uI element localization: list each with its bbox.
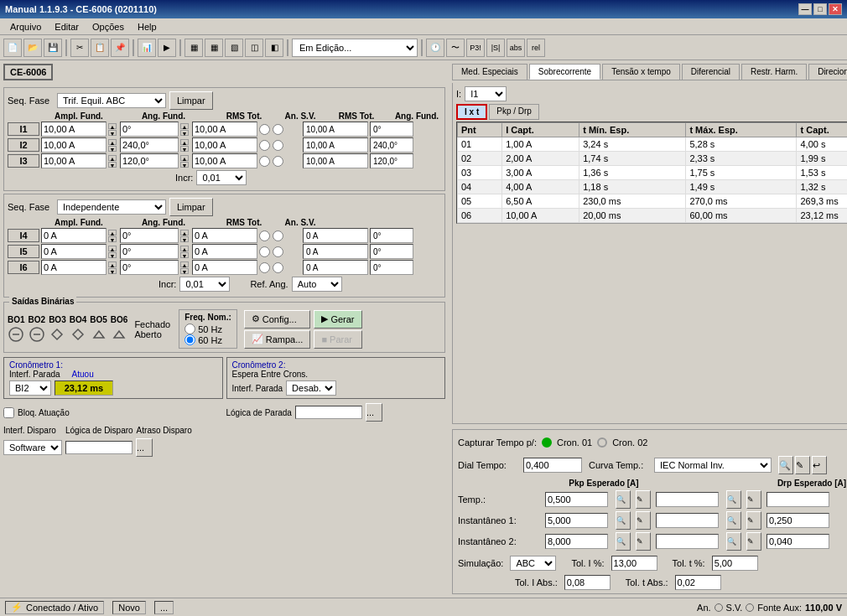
i4-ang-up[interactable]: ▲	[180, 230, 189, 236]
inst1-pkp-input[interactable]	[545, 513, 608, 528]
i6-radio-an[interactable]	[259, 262, 270, 273]
i5-ampl-input[interactable]	[41, 244, 107, 259]
toolbar-clock[interactable]: 🕐	[426, 39, 444, 57]
i1-ang-down[interactable]: ▼	[180, 130, 189, 136]
i6-ang-down[interactable]: ▼	[180, 268, 189, 274]
tab-restr-harm[interactable]: Restr. Harm.	[741, 64, 807, 80]
i5-rms-input[interactable]	[192, 244, 257, 259]
inst2-pkp-input[interactable]	[545, 534, 608, 549]
temp-drp-search[interactable]: 🔍	[726, 490, 741, 509]
i2-ang-input[interactable]	[120, 137, 179, 153]
i6-ampl-down[interactable]: ▼	[108, 268, 117, 274]
i5-ang-input[interactable]	[120, 244, 179, 259]
curva-temp-select[interactable]: IEC Normal Inv. IEC Very Inv.	[654, 458, 772, 473]
logica-disparo-btn[interactable]: ...	[136, 438, 153, 457]
tab-direcional[interactable]: Direcional	[808, 64, 847, 80]
i5-radio-sv[interactable]	[273, 246, 283, 257]
toolbar-s[interactable]: |S|	[486, 39, 505, 57]
i4-radio-sv[interactable]	[273, 230, 283, 241]
inst2-pkp-search[interactable]: 🔍	[616, 532, 631, 551]
i4-ang-input[interactable]	[120, 228, 179, 243]
temp-t-input[interactable]	[766, 492, 829, 507]
status-dropdown[interactable]: Em Edição...	[292, 39, 418, 57]
gerar-button[interactable]: ▶ Gerar	[314, 310, 361, 329]
logica-parada-btn[interactable]: ...	[366, 403, 382, 422]
curva-edit-btn[interactable]: ✎	[795, 456, 810, 474]
config-button[interactable]: ⚙ Config...	[244, 310, 311, 329]
i5-ang-down[interactable]: ▼	[180, 252, 189, 258]
toolbar-play[interactable]: ▶	[158, 39, 176, 57]
toolbar-p[interactable]: P3!	[466, 39, 485, 57]
toolbar-rel[interactable]: rel	[527, 39, 545, 57]
temp-pkp-edit[interactable]: ✎	[636, 490, 651, 509]
inst1-drp-input[interactable]	[656, 513, 719, 528]
incr-select-1[interactable]: 0,01	[196, 170, 247, 185]
tol-t-input[interactable]	[712, 556, 758, 571]
i4-ampl-input[interactable]	[41, 228, 107, 243]
i4-ampl-up[interactable]: ▲	[108, 230, 117, 236]
i5-ang-up[interactable]: ▲	[180, 246, 189, 251]
menu-arquivo[interactable]: Arquivo	[3, 20, 48, 34]
seq-fase-select-2[interactable]: Trif. Equil. ABC Independente	[57, 199, 166, 215]
rampa-button[interactable]: 📈 Rampa...	[244, 330, 311, 349]
i3-radio-an[interactable]	[259, 156, 270, 167]
temp-pkp-search[interactable]: 🔍	[616, 490, 631, 509]
i-selector[interactable]: I1 I2 I3	[465, 86, 507, 101]
i2-ampl-input[interactable]	[41, 137, 107, 153]
i3-ampl-up[interactable]: ▲	[108, 155, 117, 161]
i2-radio-sv[interactable]	[273, 140, 283, 151]
temp-drp-input[interactable]	[656, 492, 719, 507]
i3-ampl-down[interactable]: ▼	[108, 162, 117, 168]
toolbar-cut[interactable]: ✂	[70, 39, 89, 57]
simulacao-select[interactable]: ABC ABC	[510, 556, 556, 571]
menu-help[interactable]: Help	[131, 20, 164, 34]
i3-ampl-input[interactable]	[41, 153, 107, 168]
minimize-button[interactable]: —	[798, 3, 812, 15]
i1-ang-up[interactable]: ▲	[180, 123, 189, 129]
logica-disparo-input[interactable]	[65, 441, 133, 454]
toolbar-chart[interactable]: 📊	[138, 39, 156, 57]
toolbar-b5[interactable]: ◧	[265, 39, 283, 57]
i6-ampl-up[interactable]: ▲	[108, 261, 117, 267]
i2-ampl-down[interactable]: ▼	[108, 146, 117, 152]
inst1-drp-search[interactable]: 🔍	[726, 511, 741, 530]
dial-tempo-input[interactable]	[523, 458, 582, 473]
i1-ampl-up[interactable]: ▲	[108, 123, 117, 129]
toolbar-b1[interactable]: ▦	[184, 39, 203, 57]
curva-search-btn[interactable]: 🔍	[778, 456, 793, 474]
i6-ang-input[interactable]	[120, 260, 179, 275]
toolbar-wave[interactable]: 〜	[446, 39, 465, 57]
toolbar-save[interactable]: 💾	[44, 39, 62, 57]
inst2-drp-edit[interactable]: ✎	[746, 532, 761, 551]
maximize-button[interactable]: □	[813, 3, 827, 15]
clear-button-1[interactable]: Limpar	[169, 91, 213, 110]
i3-ang-input[interactable]	[120, 153, 179, 168]
inner-tab-pkp-drp[interactable]: Pkp / Drp	[489, 104, 539, 120]
toolbar-copy[interactable]: 📋	[91, 39, 109, 57]
tol-i-abs-input[interactable]	[564, 575, 611, 590]
temp-pkp-input[interactable]	[545, 492, 608, 507]
tab-med-especiais[interactable]: Med. Especiais	[452, 64, 527, 80]
toolbar-paste[interactable]: 📌	[111, 39, 129, 57]
i3-radio-sv[interactable]	[273, 156, 283, 167]
i1-radio-an[interactable]	[259, 124, 270, 135]
inst2-pkp-edit[interactable]: ✎	[636, 532, 651, 551]
tab-sobrecorrente[interactable]: Sobrecorrente	[529, 64, 600, 80]
toolbar-abs[interactable]: abs	[507, 39, 525, 57]
inst1-pkp-search[interactable]: 🔍	[616, 511, 631, 530]
menu-editar[interactable]: Editar	[48, 20, 86, 34]
crono1-select[interactable]: BI2	[9, 380, 51, 396]
i2-rms-input[interactable]	[192, 137, 257, 153]
i6-ampl-input[interactable]	[41, 260, 107, 275]
i3-ang-down[interactable]: ▼	[180, 162, 189, 168]
interf-disparo-select[interactable]: Software	[3, 440, 62, 455]
close-button[interactable]: ✕	[829, 3, 842, 15]
i6-ang-up[interactable]: ▲	[180, 261, 189, 267]
i4-ang-down[interactable]: ▼	[180, 236, 189, 242]
temp-drp-edit[interactable]: ✎	[746, 490, 761, 509]
i3-rms-input[interactable]	[192, 153, 257, 168]
toolbar-b4[interactable]: ◫	[245, 39, 263, 57]
i4-rms-input[interactable]	[192, 228, 257, 243]
incr-select-2[interactable]: 0,01	[179, 277, 230, 292]
i2-radio-an[interactable]	[259, 140, 270, 151]
